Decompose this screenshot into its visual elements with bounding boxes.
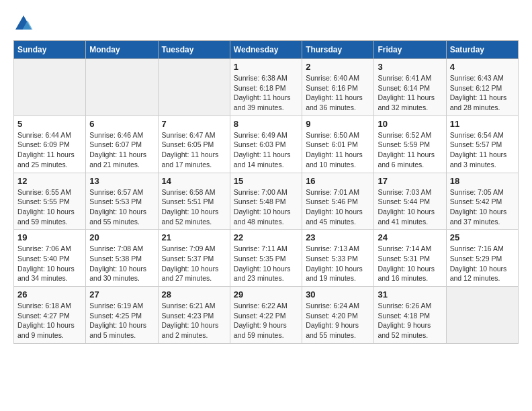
day-info: Sunrise: 6:26 AM Sunset: 4:18 PM Dayligh… bbox=[378, 301, 442, 340]
day-number: 24 bbox=[378, 232, 442, 242]
calendar-cell: 2Sunrise: 6:40 AM Sunset: 6:16 PM Daylig… bbox=[302, 59, 374, 116]
day-number: 28 bbox=[162, 289, 226, 300]
calendar-cell: 26Sunrise: 6:18 AM Sunset: 4:27 PM Dayli… bbox=[14, 287, 86, 344]
day-info: Sunrise: 7:00 AM Sunset: 5:48 PM Dayligh… bbox=[234, 187, 298, 227]
day-info: Sunrise: 6:43 AM Sunset: 6:12 PM Dayligh… bbox=[450, 73, 515, 113]
day-info: Sunrise: 7:08 AM Sunset: 5:38 PM Dayligh… bbox=[89, 244, 154, 283]
day-number: 17 bbox=[378, 176, 442, 186]
calendar-cell: 27Sunrise: 6:19 AM Sunset: 4:25 PM Dayli… bbox=[86, 287, 158, 344]
calendar-week-3: 12Sunrise: 6:55 AM Sunset: 5:55 PM Dayli… bbox=[14, 173, 519, 230]
calendar-cell: 19Sunrise: 7:06 AM Sunset: 5:40 PM Dayli… bbox=[14, 230, 86, 287]
day-number: 9 bbox=[306, 119, 370, 129]
calendar-cell bbox=[158, 59, 230, 116]
day-number: 31 bbox=[378, 289, 442, 300]
day-number: 4 bbox=[450, 62, 515, 72]
calendar-cell: 11Sunrise: 6:54 AM Sunset: 5:57 PM Dayli… bbox=[446, 116, 518, 173]
day-info: Sunrise: 6:41 AM Sunset: 6:14 PM Dayligh… bbox=[378, 73, 442, 113]
calendar-cell: 25Sunrise: 7:16 AM Sunset: 5:29 PM Dayli… bbox=[446, 230, 518, 287]
day-info: Sunrise: 6:54 AM Sunset: 5:57 PM Dayligh… bbox=[450, 130, 515, 170]
day-number: 20 bbox=[89, 232, 154, 242]
day-info: Sunrise: 7:03 AM Sunset: 5:44 PM Dayligh… bbox=[378, 187, 442, 227]
calendar-cell: 31Sunrise: 6:26 AM Sunset: 4:18 PM Dayli… bbox=[374, 287, 446, 344]
calendar-week-2: 5Sunrise: 6:44 AM Sunset: 6:09 PM Daylig… bbox=[14, 116, 519, 173]
calendar-cell: 3Sunrise: 6:41 AM Sunset: 6:14 PM Daylig… bbox=[374, 59, 446, 116]
dow-header-thursday: Thursday bbox=[302, 41, 374, 59]
dow-header-saturday: Saturday bbox=[446, 41, 518, 59]
day-number: 29 bbox=[234, 289, 298, 300]
day-number: 7 bbox=[162, 119, 226, 129]
day-info: Sunrise: 6:38 AM Sunset: 6:18 PM Dayligh… bbox=[234, 73, 298, 113]
day-info: Sunrise: 7:13 AM Sunset: 5:33 PM Dayligh… bbox=[306, 244, 370, 283]
day-info: Sunrise: 7:16 AM Sunset: 5:29 PM Dayligh… bbox=[450, 244, 515, 283]
day-number: 26 bbox=[17, 289, 82, 300]
calendar-cell: 5Sunrise: 6:44 AM Sunset: 6:09 PM Daylig… bbox=[14, 116, 86, 173]
calendar-cell: 20Sunrise: 7:08 AM Sunset: 5:38 PM Dayli… bbox=[86, 230, 158, 287]
day-info: Sunrise: 7:06 AM Sunset: 5:40 PM Dayligh… bbox=[17, 244, 82, 283]
day-info: Sunrise: 6:22 AM Sunset: 4:22 PM Dayligh… bbox=[234, 301, 298, 340]
logo bbox=[13, 13, 36, 34]
calendar-cell bbox=[446, 287, 518, 344]
calendar-cell: 30Sunrise: 6:24 AM Sunset: 4:20 PM Dayli… bbox=[302, 287, 374, 344]
day-info: Sunrise: 6:21 AM Sunset: 4:23 PM Dayligh… bbox=[162, 301, 226, 340]
logo-icon bbox=[13, 13, 34, 34]
day-number: 1 bbox=[234, 62, 298, 72]
day-number: 21 bbox=[162, 232, 226, 242]
calendar-cell: 15Sunrise: 7:00 AM Sunset: 5:48 PM Dayli… bbox=[230, 173, 302, 230]
day-number: 5 bbox=[17, 119, 82, 129]
calendar-week-1: 1Sunrise: 6:38 AM Sunset: 6:18 PM Daylig… bbox=[14, 59, 519, 116]
day-number: 18 bbox=[450, 176, 515, 186]
calendar-table: SundayMondayTuesdayWednesdayThursdayFrid… bbox=[13, 40, 519, 344]
day-number: 22 bbox=[234, 232, 298, 242]
dow-header-tuesday: Tuesday bbox=[158, 41, 230, 59]
calendar-week-4: 19Sunrise: 7:06 AM Sunset: 5:40 PM Dayli… bbox=[14, 230, 519, 287]
calendar-cell: 8Sunrise: 6:49 AM Sunset: 6:03 PM Daylig… bbox=[230, 116, 302, 173]
calendar-cell: 12Sunrise: 6:55 AM Sunset: 5:55 PM Dayli… bbox=[14, 173, 86, 230]
day-info: Sunrise: 6:49 AM Sunset: 6:03 PM Dayligh… bbox=[234, 130, 298, 170]
calendar-cell: 9Sunrise: 6:50 AM Sunset: 6:01 PM Daylig… bbox=[302, 116, 374, 173]
day-number: 27 bbox=[89, 289, 154, 300]
day-number: 30 bbox=[306, 289, 370, 300]
calendar-cell: 21Sunrise: 7:09 AM Sunset: 5:37 PM Dayli… bbox=[158, 230, 230, 287]
calendar-cell: 28Sunrise: 6:21 AM Sunset: 4:23 PM Dayli… bbox=[158, 287, 230, 344]
day-info: Sunrise: 7:01 AM Sunset: 5:46 PM Dayligh… bbox=[306, 187, 370, 227]
page-header bbox=[13, 13, 519, 34]
dow-header-monday: Monday bbox=[86, 41, 158, 59]
day-number: 11 bbox=[450, 119, 515, 129]
calendar-cell: 17Sunrise: 7:03 AM Sunset: 5:44 PM Dayli… bbox=[374, 173, 446, 230]
calendar-cell: 29Sunrise: 6:22 AM Sunset: 4:22 PM Dayli… bbox=[230, 287, 302, 344]
day-info: Sunrise: 6:46 AM Sunset: 6:07 PM Dayligh… bbox=[89, 130, 154, 170]
day-info: Sunrise: 6:19 AM Sunset: 4:25 PM Dayligh… bbox=[89, 301, 154, 340]
calendar-cell: 1Sunrise: 6:38 AM Sunset: 6:18 PM Daylig… bbox=[230, 59, 302, 116]
day-info: Sunrise: 6:58 AM Sunset: 5:51 PM Dayligh… bbox=[162, 187, 226, 227]
day-info: Sunrise: 6:52 AM Sunset: 5:59 PM Dayligh… bbox=[378, 130, 442, 170]
dow-header-sunday: Sunday bbox=[14, 41, 86, 59]
calendar-cell: 7Sunrise: 6:47 AM Sunset: 6:05 PM Daylig… bbox=[158, 116, 230, 173]
day-number: 25 bbox=[450, 232, 515, 242]
day-number: 6 bbox=[89, 119, 154, 129]
day-info: Sunrise: 6:50 AM Sunset: 6:01 PM Dayligh… bbox=[306, 130, 370, 170]
calendar-cell: 4Sunrise: 6:43 AM Sunset: 6:12 PM Daylig… bbox=[446, 59, 518, 116]
day-info: Sunrise: 7:14 AM Sunset: 5:31 PM Dayligh… bbox=[378, 244, 442, 283]
calendar-week-5: 26Sunrise: 6:18 AM Sunset: 4:27 PM Dayli… bbox=[14, 287, 519, 344]
day-info: Sunrise: 6:57 AM Sunset: 5:53 PM Dayligh… bbox=[89, 187, 154, 227]
day-number: 23 bbox=[306, 232, 370, 242]
calendar-cell: 24Sunrise: 7:14 AM Sunset: 5:31 PM Dayli… bbox=[374, 230, 446, 287]
day-info: Sunrise: 7:09 AM Sunset: 5:37 PM Dayligh… bbox=[162, 244, 226, 283]
calendar-cell bbox=[14, 59, 86, 116]
day-info: Sunrise: 7:05 AM Sunset: 5:42 PM Dayligh… bbox=[450, 187, 515, 227]
day-info: Sunrise: 6:44 AM Sunset: 6:09 PM Dayligh… bbox=[17, 130, 82, 170]
calendar-cell: 23Sunrise: 7:13 AM Sunset: 5:33 PM Dayli… bbox=[302, 230, 374, 287]
day-number: 8 bbox=[234, 119, 298, 129]
day-info: Sunrise: 6:24 AM Sunset: 4:20 PM Dayligh… bbox=[306, 301, 370, 340]
dow-header-wednesday: Wednesday bbox=[230, 41, 302, 59]
calendar-cell bbox=[86, 59, 158, 116]
dow-header-friday: Friday bbox=[374, 41, 446, 59]
calendar-cell: 18Sunrise: 7:05 AM Sunset: 5:42 PM Dayli… bbox=[446, 173, 518, 230]
calendar-cell: 10Sunrise: 6:52 AM Sunset: 5:59 PM Dayli… bbox=[374, 116, 446, 173]
day-number: 12 bbox=[17, 176, 82, 186]
day-info: Sunrise: 7:11 AM Sunset: 5:35 PM Dayligh… bbox=[234, 244, 298, 283]
day-number: 13 bbox=[89, 176, 154, 186]
calendar-cell: 14Sunrise: 6:58 AM Sunset: 5:51 PM Dayli… bbox=[158, 173, 230, 230]
day-number: 15 bbox=[234, 176, 298, 186]
day-number: 14 bbox=[162, 176, 226, 186]
